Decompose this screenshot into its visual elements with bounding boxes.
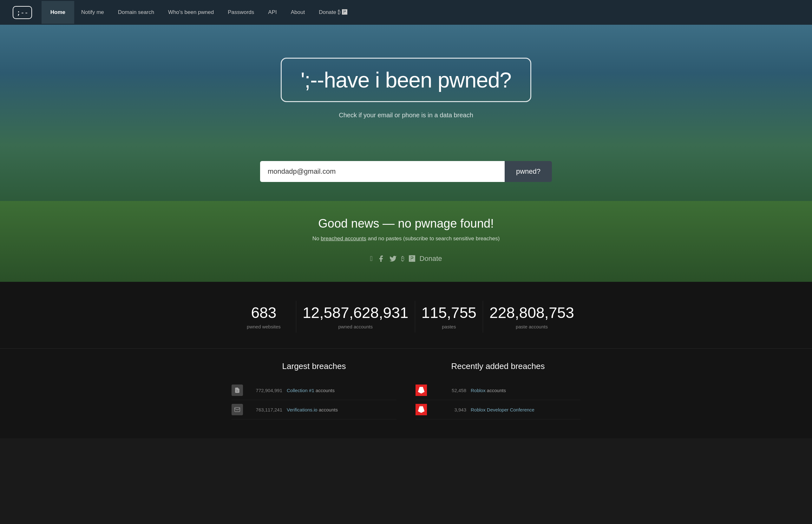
breach-name-2: Verifications.io accounts xyxy=(287,407,338,412)
breach-link-roblox2[interactable]: Roblox Developer Conference xyxy=(471,407,535,412)
svg-rect-2 xyxy=(235,407,240,411)
nav-whopwned-link[interactable]: Who's been pwned xyxy=(161,1,221,24)
breach-item: 763,117,241 Verifications.io accounts xyxy=(232,400,397,420)
breaches-grid: Largest breaches 772,904,991 Collection … xyxy=(232,355,580,420)
donate-label[interactable]: Donate xyxy=(420,255,442,263)
nav-domain-link[interactable]: Domain search xyxy=(111,1,161,24)
breach-name-roblox1: Roblox accounts xyxy=(471,388,506,393)
stats-section: 683 pwned websites 12,587,628,931 pwned … xyxy=(0,282,812,348)
breach-link-roblox1[interactable]: Roblox xyxy=(471,388,485,393)
nav-notify[interactable]: Notify me xyxy=(74,1,111,24)
facebook-icon[interactable]:  xyxy=(370,255,373,263)
largest-breaches-col: Largest breaches 772,904,991 Collection … xyxy=(232,355,397,420)
recent-breaches-title: Recently added breaches xyxy=(415,361,580,371)
svg-marker-4 xyxy=(418,406,425,413)
paypal-icon[interactable]: 🅿 xyxy=(409,255,415,262)
breach-icon-collection1 xyxy=(232,384,243,396)
nav-api-link[interactable]: API xyxy=(261,1,284,24)
stat-label-paste-accounts: paste accounts xyxy=(490,324,574,329)
navbar: ;-- Home Notify me Domain search Who's b… xyxy=(0,0,812,25)
donate-row:  ₿ 🅿 Donate xyxy=(13,255,799,263)
stat-label-accounts: pwned accounts xyxy=(303,324,409,329)
search-section: pwned? xyxy=(0,145,812,201)
twitter-icon[interactable] xyxy=(389,255,397,262)
nav-about-link[interactable]: About xyxy=(284,1,312,24)
navbar-nav: Home Notify me Domain search Who's been … xyxy=(42,1,355,24)
nav-domain[interactable]: Domain search xyxy=(111,1,161,24)
stats-grid: 683 pwned websites 12,587,628,931 pwned … xyxy=(232,301,580,332)
breach-icon-roblox1 xyxy=(415,384,427,396)
logo-text: ;-- xyxy=(16,9,28,16)
stat-label-websites: pwned websites xyxy=(238,324,290,329)
breach-name-1: Collection #1 accounts xyxy=(287,388,335,393)
largest-breaches-title: Largest breaches xyxy=(232,361,397,371)
stat-paste-accounts: 228,808,753 paste accounts xyxy=(483,301,580,332)
nav-about[interactable]: About xyxy=(284,1,312,24)
hero-subtitle: Check if your email or phone is in a dat… xyxy=(339,112,473,119)
stat-label-pastes: pastes xyxy=(421,324,477,329)
search-form[interactable]: pwned? xyxy=(260,161,552,182)
breached-accounts-link[interactable]: breached accounts xyxy=(321,235,366,242)
nav-home-link[interactable]: Home xyxy=(42,1,74,24)
largest-breach-list: 772,904,991 Collection #1 accounts 763,1… xyxy=(232,381,397,420)
breach-name-roblox2: Roblox Developer Conference xyxy=(471,407,535,412)
result-title: Good news — no pwnage found! xyxy=(13,217,799,230)
result-subtitle: No breached accounts and no pastes (subs… xyxy=(13,235,799,242)
nav-home[interactable]: Home xyxy=(42,1,74,24)
breach-link-2[interactable]: Verifications.io xyxy=(287,407,318,412)
hero-section: ';--have i been pwned? Check if your ema… xyxy=(0,25,812,145)
bitcoin-icon[interactable]: ₿ xyxy=(401,255,404,262)
breach-count-1: 772,904,991 xyxy=(248,388,282,393)
nav-passwords-link[interactable]: Passwords xyxy=(221,1,261,24)
breaches-section: Largest breaches 772,904,991 Collection … xyxy=(0,348,812,438)
nav-donate[interactable]: Donate ₿ 🅿 xyxy=(312,1,354,24)
recent-breach-list: 52,458 Roblox accounts 3,943 Roblox Deve… xyxy=(415,381,580,420)
facebook-icon[interactable] xyxy=(377,255,385,262)
nav-donate-link[interactable]: Donate ₿ 🅿 xyxy=(312,1,354,24)
nav-api[interactable]: API xyxy=(261,1,284,24)
navbar-logo[interactable]: ;-- xyxy=(13,6,32,19)
breach-count-2: 763,117,241 xyxy=(248,407,282,412)
recent-breaches-col: Recently added breaches 52,458 Roblox ac… xyxy=(415,355,580,420)
stat-number-accounts: 12,587,628,931 xyxy=(303,304,409,322)
nav-passwords[interactable]: Passwords xyxy=(221,1,261,24)
result-section: Good news — no pwnage found! No breached… xyxy=(0,201,812,282)
breach-item-roblox1: 52,458 Roblox accounts xyxy=(415,381,580,400)
stat-number-websites: 683 xyxy=(238,304,290,322)
stat-number-pastes: 115,755 xyxy=(421,304,477,322)
svg-marker-3 xyxy=(418,387,425,394)
search-input[interactable] xyxy=(260,161,505,182)
pwned-button[interactable]: pwned? xyxy=(505,161,552,182)
breach-icon-verifications xyxy=(232,404,243,415)
hero-title: ';--have i been pwned? xyxy=(301,67,511,92)
breach-item-roblox2: 3,943 Roblox Developer Conference xyxy=(415,400,580,420)
breach-count-roblox1: 52,458 xyxy=(431,388,466,393)
nav-notify-link[interactable]: Notify me xyxy=(74,1,111,24)
stat-pastes: 115,755 pastes xyxy=(415,301,483,332)
hero-title-box: ';--have i been pwned? xyxy=(281,58,531,102)
nav-whopwned[interactable]: Who's been pwned xyxy=(161,1,221,24)
breach-count-roblox2: 3,943 xyxy=(431,407,466,412)
stat-number-paste-accounts: 228,808,753 xyxy=(490,304,574,322)
breach-link-1[interactable]: Collection #1 xyxy=(287,388,314,393)
breach-item: 772,904,991 Collection #1 accounts xyxy=(232,381,397,400)
stat-pwned-websites: 683 pwned websites xyxy=(232,301,296,332)
stat-pwned-accounts: 12,587,628,931 pwned accounts xyxy=(296,301,415,332)
logo-box: ;-- xyxy=(13,6,32,19)
breach-icon-roblox2 xyxy=(415,404,427,415)
